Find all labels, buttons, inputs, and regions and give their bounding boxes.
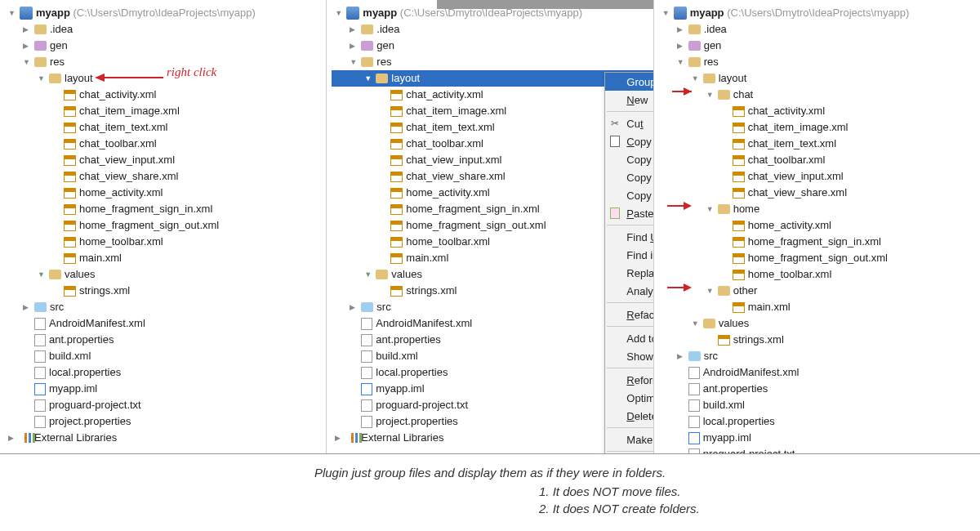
expand-icon[interactable] [677,21,687,38]
file-item[interactable]: home_fragment_sign_in.xml [5,201,326,217]
file-item[interactable]: home_fragment_sign_out.xml [5,217,326,234]
file-item[interactable]: chat_activity.xml [5,87,326,103]
file-item[interactable]: local.properties [5,364,326,381]
file-item[interactable]: AndroidManifest.xml [5,315,326,332]
expand-icon[interactable] [350,21,359,38]
file-item[interactable]: local.properties [659,413,980,430]
expand-icon[interactable] [662,5,672,21]
context-menu[interactable]: GroupNew▶✂CutCtrl+XCopyCtrl+CCopy PathCt… [604,72,653,453]
file-item[interactable]: proguard-project.txt [5,397,326,413]
file-item[interactable]: chat_item_image.xml [659,119,980,136]
layout-folder[interactable]: layout [659,70,980,87]
values-folder[interactable]: values [659,315,980,332]
expand-icon[interactable] [23,38,33,54]
menu-item[interactable]: Find UsagesAlt+F7 [605,228,653,246]
menu-item[interactable]: Show Image ThumbnailsCtrl+Shift+T [605,347,653,365]
folder-item[interactable]: gen [332,38,653,54]
group-chat[interactable]: chat [659,87,980,103]
expand-icon[interactable] [23,54,33,70]
file-item[interactable]: chat_view_share.xml [659,185,980,201]
project-tree-1[interactable]: myapp (C:\Users\Dmytro\IdeaProjects\myap… [0,0,326,451]
file-item[interactable]: build.xml [659,397,980,413]
menu-item[interactable]: Analyze▶ [605,282,653,300]
folder-item[interactable]: res [5,54,326,70]
expand-icon[interactable] [335,5,345,21]
file-item[interactable]: myapp.iml [5,381,326,397]
file-item[interactable]: chat_view_share.xml [5,168,326,185]
group-home[interactable]: home [659,201,980,217]
file-item[interactable]: home_toolbar.xml [5,234,326,250]
group-other[interactable]: other [659,283,980,299]
file-item[interactable]: chat_item_image.xml [5,103,326,119]
expand-icon[interactable] [364,266,374,283]
file-item[interactable]: chat_view_input.xml [5,152,326,168]
menu-item[interactable]: Group [605,73,653,91]
expand-icon[interactable] [364,70,374,87]
file-item[interactable]: chat_activity.xml [659,103,980,119]
expand-icon[interactable] [677,54,687,70]
expand-icon[interactable] [350,38,359,54]
folder-item[interactable]: res [332,54,653,70]
project-root[interactable]: myapp (C:\Users\Dmytro\IdeaProjects\myap… [332,5,653,21]
values-folder[interactable]: values [5,266,326,283]
expand-icon[interactable] [677,348,687,364]
menu-item[interactable]: ✂CutCtrl+X [605,114,653,132]
src-folder[interactable]: src [659,348,980,364]
file-item[interactable]: home_activity.xml [659,217,980,234]
file-item[interactable]: proguard-project.txt [659,446,980,453]
file-item[interactable]: AndroidManifest.xml [659,364,980,381]
expand-icon[interactable] [23,299,33,315]
menu-item[interactable]: Optimize Imports...Ctrl+Alt+O [605,389,653,407]
file-item[interactable]: project.properties [5,413,326,430]
menu-item[interactable]: Refactor▶ [605,306,653,324]
expand-icon[interactable] [38,266,47,283]
folder-item[interactable]: .idea [5,21,326,38]
file-item[interactable]: home_toolbar.xml [659,266,980,283]
menu-item[interactable]: Copy ReferenceCtrl+Alt+Shift+C [605,186,653,204]
file-item[interactable]: myapp.iml [659,430,980,446]
expand-icon[interactable] [706,283,716,299]
file-item[interactable]: build.xml [5,348,326,364]
menu-item[interactable]: PasteCtrl+V [605,204,653,222]
file-item[interactable]: chat_item_text.xml [659,136,980,152]
menu-item[interactable]: Add to Favorites▶ [605,329,653,347]
file-item[interactable]: main.xml [5,250,326,266]
menu-item[interactable]: Replace in Path...Ctrl+Shift+R [605,264,653,282]
project-tree-3[interactable]: myapp (C:\Users\Dmytro\IdeaProjects\myap… [654,0,980,453]
menu-item[interactable]: New▶ [605,91,653,109]
file-item[interactable]: strings.xml [5,283,326,299]
expand-icon[interactable] [350,54,359,70]
expand-icon[interactable] [692,315,702,332]
file-item[interactable]: ant.properties [5,332,326,348]
menu-item[interactable]: Make Module 'myapp' [605,431,653,448]
file-item[interactable]: ant.properties [659,381,980,397]
expand-icon[interactable] [350,299,359,315]
menu-item[interactable]: Find in Path...Ctrl+Shift+F [605,246,653,264]
folder-item[interactable]: gen [659,38,980,54]
file-item[interactable]: strings.xml [659,332,980,348]
file-item[interactable]: home_fragment_sign_out.xml [659,250,980,266]
expand-icon[interactable] [23,21,33,38]
expand-icon[interactable] [706,87,716,103]
menu-item[interactable]: Delete...Delete [605,407,653,425]
project-root[interactable]: myapp (C:\Users\Dmytro\IdeaProjects\myap… [5,5,326,21]
layout-folder[interactable]: layout [5,70,326,87]
expand-icon[interactable] [692,70,702,87]
expand-icon[interactable] [8,5,18,21]
file-item[interactable]: chat_item_text.xml [5,119,326,136]
file-item[interactable]: home_fragment_sign_in.xml [659,234,980,250]
expand-icon[interactable] [8,430,18,446]
file-item[interactable]: chat_view_input.xml [659,168,980,185]
file-item[interactable]: chat_toolbar.xml [5,136,326,152]
expand-icon[interactable] [706,201,716,217]
expand-icon[interactable] [335,430,345,446]
menu-item[interactable]: Copy PathCtrl+Shift+C [605,150,653,168]
menu-item[interactable]: Reformat Code...Ctrl+Alt+L [605,371,653,389]
expand-icon[interactable] [38,70,47,87]
folder-item[interactable]: .idea [332,21,653,38]
file-item[interactable]: main.xml [659,299,980,315]
folder-item[interactable]: res [659,54,980,70]
folder-item[interactable]: gen [5,38,326,54]
src-folder[interactable]: src [5,299,326,315]
file-item[interactable]: home_activity.xml [5,185,326,201]
